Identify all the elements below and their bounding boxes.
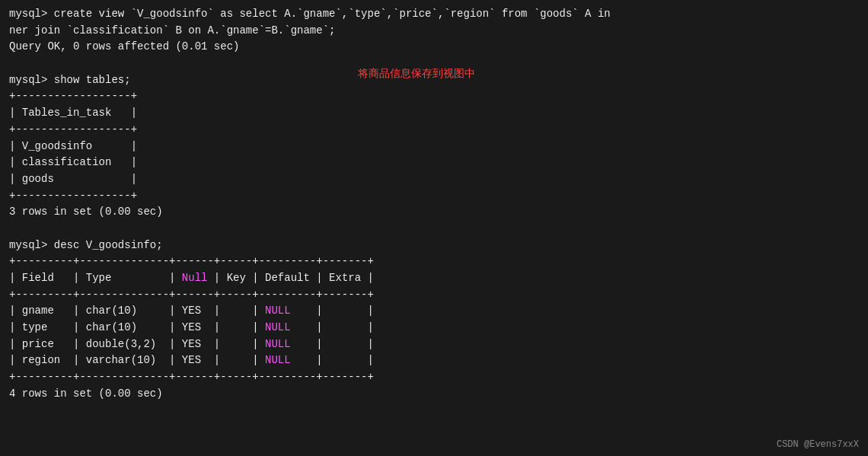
text-line-19a: | gname | char(10) | YES | | — [9, 305, 265, 317]
text-null-header: Null — [182, 272, 208, 284]
text-line-7: | Tables_in_task | — [9, 107, 137, 119]
text-line-17: | Field | Type | — [9, 272, 182, 284]
text-line-16: +---------+--------------+------+-----+-… — [9, 255, 374, 267]
line-24: 4 rows in set (0.00 sec) — [9, 386, 859, 403]
text-line-21a: | price | double(3,2) | YES | | — [9, 338, 265, 350]
terminal: mysql> create view `V_goodsinfo` as sele… — [0, 0, 868, 456]
line-2: ner join `classification` B on A.`gname`… — [9, 23, 859, 40]
line-8: +------------------+ — [9, 122, 859, 139]
line-22: | region | varchar(10) | YES | | NULL | … — [9, 352, 859, 369]
null-value-type: NULL — [265, 321, 291, 333]
line-19: | gname | char(10) | YES | | NULL | | — [9, 303, 859, 320]
line-21: | price | double(3,2) | YES | | NULL | | — [9, 336, 859, 353]
line-10: | classification | — [9, 155, 859, 171]
text-line-15: mysql> desc V_goodsinfo; — [9, 239, 163, 251]
line-1: mysql> create view `V_goodsinfo` as sele… — [9, 6, 859, 23]
line-20: | type | char(10) | YES | | NULL | | — [9, 320, 859, 336]
text-line-22a: | region | varchar(10) | YES | | — [9, 354, 265, 366]
line-11: | goods | — [9, 171, 859, 188]
text-line-3: Query OK, 0 rows affected (0.01 sec) — [9, 40, 239, 53]
text-line-12: +------------------+ — [9, 190, 137, 202]
watermark: CSDN @Evens7xxX — [777, 439, 859, 450]
text-line-22b: | | — [291, 354, 374, 366]
text-line-20a: | type | char(10) | YES | | — [9, 321, 265, 333]
line-3: Query OK, 0 rows affected (0.01 sec) — [9, 39, 859, 56]
text-line-24: 4 rows in set (0.00 sec) — [9, 387, 163, 400]
line-17: | Field | Type | Null | Key | Default | … — [9, 270, 859, 287]
text-line-9: | V_goodsinfo | — [9, 140, 137, 152]
null-value-region: NULL — [265, 354, 291, 366]
line-18: +---------+--------------+------+-----+-… — [9, 287, 859, 304]
text-line-18: +---------+--------------+------+-----+-… — [9, 289, 374, 301]
text-line-19b: | | — [291, 305, 374, 317]
line-12: +------------------+ — [9, 188, 859, 205]
text-line-20b: | | — [291, 321, 374, 333]
text-line-10: | classification | — [9, 156, 137, 168]
text-line-21b: | | — [291, 338, 374, 350]
line-16: +---------+--------------+------+-----+-… — [9, 254, 859, 270]
text-line-8: +------------------+ — [9, 123, 137, 136]
null-value-price: NULL — [265, 338, 291, 350]
line-9: | V_goodsinfo | — [9, 139, 859, 155]
text-line-2: ner join `classification` B on A.`gname`… — [9, 24, 335, 37]
text-line-23: +---------+--------------+------+-----+-… — [9, 371, 374, 383]
line-13: 3 rows in set (0.00 sec) — [9, 204, 859, 221]
line-14 — [9, 221, 859, 238]
text-line-13: 3 rows in set (0.00 sec) — [9, 206, 163, 218]
text-line-6: +------------------+ — [9, 90, 137, 102]
text-line-1: mysql> create view `V_goodsinfo` as sele… — [9, 8, 611, 20]
text-line-5: mysql> show tables; — [9, 74, 131, 86]
text-line-17b: | Key | Default | Extra | — [207, 272, 373, 284]
line-6: +------------------+ — [9, 88, 859, 105]
annotation-text: 将商品信息保存到视图中 — [358, 67, 475, 81]
line-23: +---------+--------------+------+-----+-… — [9, 369, 859, 386]
line-7: | Tables_in_task | — [9, 105, 859, 122]
null-value-gname: NULL — [265, 305, 291, 317]
text-line-11: | goods | — [9, 173, 137, 185]
line-15: mysql> desc V_goodsinfo; — [9, 238, 859, 254]
